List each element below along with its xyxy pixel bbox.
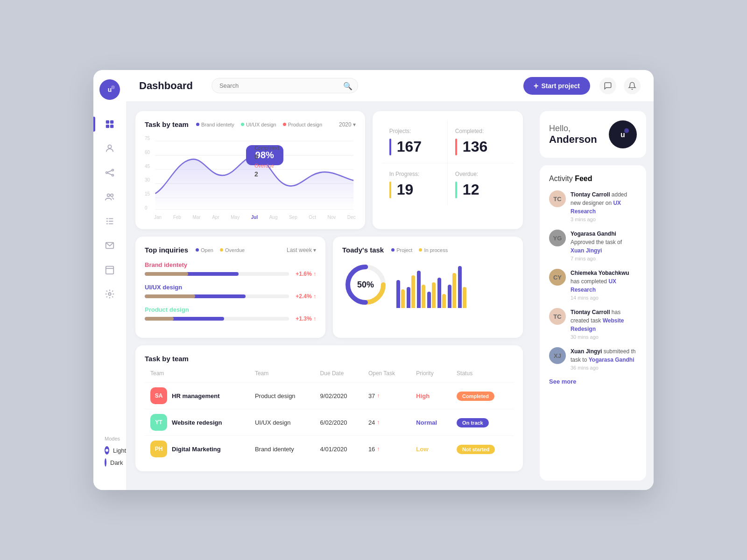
inquiries-header: Top inquiries Open Overdue bbox=[145, 246, 316, 254]
logo[interactable]: u bbox=[99, 79, 120, 100]
cell-avatar-sa: SA HR management bbox=[145, 383, 249, 409]
dark-mode-option[interactable]: Dark bbox=[105, 458, 115, 467]
team-name-hr: HR management bbox=[172, 392, 220, 399]
inquiries-filter[interactable]: Last week ▾ bbox=[287, 247, 316, 253]
sidebar: u bbox=[93, 70, 126, 490]
legend-open: Open bbox=[196, 247, 213, 253]
in-progress-value: 19 bbox=[389, 181, 440, 198]
donut-chart: 50% bbox=[342, 261, 389, 308]
inquiry-uiux-change: +2.4% ↑ bbox=[293, 293, 316, 300]
light-mode-option[interactable]: Light bbox=[105, 446, 115, 455]
inquiry-product-change: +1.3% ↑ bbox=[293, 315, 316, 322]
inquiry-uiux: UI/UX design +2.4% ↑ bbox=[145, 284, 316, 300]
inquiry-uiux-bars: +2.4% ↑ bbox=[145, 293, 316, 300]
sidebar-item-users[interactable] bbox=[93, 137, 126, 160]
col-due-date: Due Date bbox=[315, 370, 363, 383]
todays-task-title: Toady's task bbox=[342, 246, 384, 254]
activity-text-1: Tiontay Carroll added new designer on UX… bbox=[571, 190, 637, 216]
inquiries-legend: Open Overdue bbox=[196, 247, 283, 253]
notification-icon-button[interactable] bbox=[624, 77, 641, 94]
legend-in-process: In process bbox=[419, 247, 448, 253]
inquiry-product-track bbox=[145, 317, 289, 321]
todays-task-content: 50% bbox=[342, 261, 514, 308]
sidebar-item-messages[interactable] bbox=[93, 234, 126, 257]
cell-avatar-ph: PH Digital Marketing bbox=[145, 436, 249, 462]
search-container: 🔍 bbox=[211, 78, 358, 93]
legend-brand: Brand identety bbox=[196, 122, 234, 127]
sidebar-item-dashboard[interactable] bbox=[93, 113, 126, 135]
activity-text-2: Yogarasa Gandhi Approved the task of Xua… bbox=[571, 230, 637, 255]
tooltip-overdue: 2 bbox=[254, 169, 279, 179]
svg-point-8 bbox=[106, 172, 108, 174]
svg-point-7 bbox=[108, 145, 111, 148]
sidebar-item-mail[interactable] bbox=[93, 259, 126, 281]
bar-chart bbox=[396, 261, 514, 308]
cell-status-hr: Completed bbox=[451, 383, 514, 409]
todays-task-header: Toady's task Project In process bbox=[342, 246, 514, 254]
svg-text:u: u bbox=[108, 86, 112, 93]
stats-grid: Projects: 167 Completed: 136 bbox=[382, 120, 514, 206]
stat-projects: Projects: 167 bbox=[382, 120, 448, 163]
inquiry-product-bars: +1.3% ↑ bbox=[145, 315, 316, 322]
task-by-team-card: Task by team Brand identety UI/UX design bbox=[135, 111, 365, 229]
activity-item: XJ Xuan Jingyi submiteed th task to Yoga… bbox=[549, 347, 637, 371]
svg-rect-5 bbox=[106, 125, 109, 128]
light-mode-radio[interactable] bbox=[105, 446, 109, 455]
activity-time-1: 3 mins ago bbox=[571, 217, 637, 222]
inquiry-brand-name: Brand identety bbox=[145, 261, 316, 268]
col-team: Team bbox=[145, 370, 249, 383]
modes-label: Modes bbox=[105, 436, 115, 441]
user-avatar: u bbox=[609, 120, 637, 148]
col-team2: Team bbox=[249, 370, 315, 383]
activity-avatar-cy: CY bbox=[549, 269, 566, 286]
year-dropdown[interactable]: 2020 ▾ bbox=[339, 121, 356, 128]
cell-team-website: UI/UX design bbox=[249, 409, 315, 436]
col-priority: Priority bbox=[410, 370, 451, 383]
task-by-team-title: Task by team bbox=[145, 120, 189, 128]
start-project-button[interactable]: + Start project bbox=[523, 77, 590, 95]
chat-icon-button[interactable] bbox=[599, 77, 616, 94]
overdue-label: Overdue: bbox=[455, 171, 506, 177]
dark-mode-radio[interactable] bbox=[105, 458, 106, 467]
cell-status-digital: Not started bbox=[451, 436, 514, 462]
task-by-team-legend: Brand identety UI/UX design Product desi… bbox=[196, 122, 335, 127]
activity-content-3: Chiemeka Yobachkwu has completed UX Rese… bbox=[571, 269, 637, 301]
cell-priority-hr: High bbox=[410, 383, 451, 409]
activity-text-4: Tiontay Carroll has created task Website… bbox=[571, 308, 637, 333]
activity-item: YG Yogarasa Gandhi Approved the task of … bbox=[549, 230, 637, 261]
task-table-title: Task by team bbox=[145, 355, 189, 363]
sidebar-item-groups[interactable] bbox=[93, 186, 126, 208]
activity-avatar-tc1: TC bbox=[549, 190, 566, 207]
col-open-task: Open Task bbox=[363, 370, 410, 383]
svg-rect-3 bbox=[106, 120, 109, 124]
inquiries-title: Top inquiries bbox=[145, 246, 188, 254]
inquiry-brand: Brand identety +1.6% ↑ bbox=[145, 261, 316, 277]
todays-task-card: Toady's task Project In process bbox=[333, 237, 523, 338]
cell-due-digital: 4/01/2020 bbox=[315, 436, 363, 462]
svg-text:u: u bbox=[620, 131, 625, 139]
completed-value: 136 bbox=[455, 138, 506, 155]
task-by-team-header: Task by team Brand identety UI/UX design bbox=[145, 120, 356, 128]
legend-uiux: UI/UX design bbox=[241, 122, 276, 127]
activity-avatar-xj: XJ bbox=[549, 347, 566, 364]
sidebar-item-tasks[interactable] bbox=[93, 210, 126, 232]
cell-task-website: 24 ↑ bbox=[363, 409, 410, 436]
tooltip-detail: Completed 9 Overdue 2 bbox=[254, 144, 279, 179]
main-content: Dashboard 🔍 + Start project bbox=[126, 70, 654, 490]
sidebar-item-settings[interactable] bbox=[93, 283, 126, 305]
legend-product-label: Product design bbox=[288, 122, 322, 127]
svg-line-12 bbox=[107, 173, 112, 175]
overdue-value: 12 bbox=[455, 181, 506, 198]
task-table-body: SA HR management Product design 9/02/202… bbox=[145, 383, 514, 462]
light-mode-label: Light bbox=[113, 447, 126, 454]
legend-product: Product design bbox=[283, 122, 322, 127]
see-more-link[interactable]: See more bbox=[549, 378, 637, 385]
hello-greeting: Hello, bbox=[549, 124, 597, 133]
svg-line-11 bbox=[107, 170, 112, 172]
search-input[interactable] bbox=[211, 78, 358, 93]
inquiry-brand-track bbox=[145, 272, 289, 276]
sidebar-item-connections[interactable] bbox=[93, 161, 126, 184]
table-row: YT Website redesign UI/UX design 6/02/20… bbox=[145, 409, 514, 436]
search-icon[interactable]: 🔍 bbox=[343, 81, 352, 90]
hello-name: Anderson bbox=[549, 133, 597, 146]
